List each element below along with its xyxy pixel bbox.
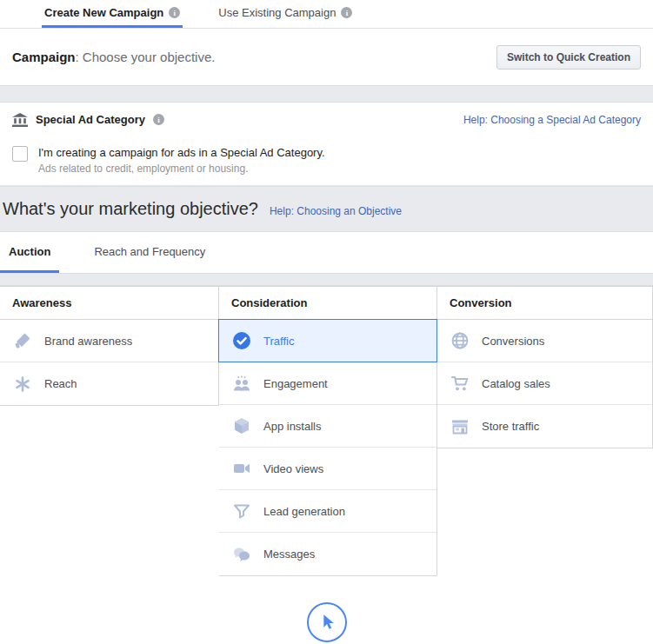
objective-label: Messages bbox=[263, 548, 315, 561]
storefront-icon bbox=[450, 417, 470, 436]
objective-catalog-sales[interactable]: Catalog sales bbox=[437, 362, 652, 405]
cursor-indicator-wrap bbox=[0, 602, 653, 642]
engagement-people-icon bbox=[231, 374, 252, 393]
check-circle-icon bbox=[231, 331, 252, 350]
column-consideration-header: Consideration bbox=[219, 287, 436, 320]
objective-label: Catalog sales bbox=[482, 377, 550, 390]
bank-icon bbox=[12, 113, 28, 127]
special-ad-category-checkbox-row: I'm creating a campaign for ads in a Spe… bbox=[0, 136, 653, 186]
buying-type-tabbar: Auction Reach and Frequency bbox=[0, 232, 653, 273]
objective-label: Store traffic bbox=[482, 420, 539, 433]
special-ad-category-checkbox-label[interactable]: I'm creating a campaign for ads in a Spe… bbox=[38, 144, 325, 162]
objective-columns: Awareness Brand awareness Reach Consider… bbox=[0, 286, 653, 576]
special-ad-category-header: Special Ad Category Help: Choosing a Spe… bbox=[0, 103, 653, 136]
tab-create-new-campaign-label: Create New Campaign bbox=[44, 6, 163, 19]
objective-conversions[interactable]: Conversions bbox=[437, 320, 652, 362]
campaign-title-bold: Campaign bbox=[12, 50, 76, 64]
marketing-objective-heading: What's your marketing objective? bbox=[3, 199, 258, 219]
campaign-mode-tabbar: Create New Campaign Use Existing Campaig… bbox=[0, 0, 653, 29]
objective-store-traffic[interactable]: Store traffic bbox=[437, 405, 652, 448]
objective-label: Video views bbox=[263, 462, 323, 475]
column-conversion: Conversion Conversions Catalog sales Sto… bbox=[437, 286, 653, 448]
info-icon[interactable] bbox=[341, 7, 352, 18]
megaphone-icon bbox=[12, 331, 33, 350]
special-ad-category-title: Special Ad Category bbox=[36, 113, 145, 126]
tab-use-existing-campaign[interactable]: Use Existing Campaign bbox=[216, 0, 355, 28]
column-awareness-header: Awareness bbox=[0, 287, 218, 320]
video-camera-icon bbox=[231, 459, 252, 478]
cube-icon bbox=[231, 416, 252, 435]
cursor-indicator bbox=[307, 602, 347, 642]
special-ad-category-title-group: Special Ad Category bbox=[12, 113, 164, 127]
tab-reach-and-frequency-label: Reach and Frequency bbox=[94, 245, 205, 258]
column-conversion-header: Conversion bbox=[437, 287, 652, 320]
help-special-ad-category-link[interactable]: Help: Choosing a Special Ad Category bbox=[463, 114, 641, 126]
funnel-icon bbox=[231, 501, 252, 521]
info-icon[interactable] bbox=[169, 7, 180, 18]
objective-messages[interactable]: Messages bbox=[219, 533, 436, 575]
mouse-cursor-icon bbox=[317, 612, 336, 633]
section-divider bbox=[0, 273, 653, 286]
objective-label: Traffic bbox=[263, 335, 294, 348]
special-ad-category-checkbox[interactable] bbox=[12, 146, 28, 162]
section-divider bbox=[0, 85, 653, 103]
objective-lead-generation[interactable]: Lead generation bbox=[219, 490, 436, 533]
help-choosing-objective-link[interactable]: Help: Choosing an Objective bbox=[270, 205, 402, 217]
objective-label: Conversions bbox=[482, 335, 544, 348]
column-awareness: Awareness Brand awareness Reach bbox=[0, 286, 219, 406]
campaign-objective-title: Campaign: Choose your objective. bbox=[12, 50, 215, 64]
marketing-objective-band: What's your marketing objective? Help: C… bbox=[0, 186, 653, 232]
special-ad-category-checkbox-sublabel: Ads related to credit, employment or hou… bbox=[38, 163, 325, 175]
tab-reach-and-frequency[interactable]: Reach and Frequency bbox=[85, 232, 214, 273]
objective-reach[interactable]: Reach bbox=[0, 362, 218, 405]
objective-brand-awareness[interactable]: Brand awareness bbox=[0, 320, 218, 362]
objective-label: Brand awareness bbox=[44, 335, 132, 348]
switch-to-quick-creation-button[interactable]: Switch to Quick Creation bbox=[496, 45, 641, 70]
campaign-title-subtitle: : Choose your objective. bbox=[76, 50, 216, 64]
objective-engagement[interactable]: Engagement bbox=[219, 362, 436, 405]
chat-bubbles-icon bbox=[231, 545, 252, 564]
special-ad-category-checkbox-text: I'm creating a campaign for ads in a Spe… bbox=[38, 144, 325, 175]
tab-auction-label: Auction bbox=[9, 245, 50, 258]
objective-traffic[interactable]: Traffic bbox=[218, 319, 437, 362]
tab-auction[interactable]: Auction bbox=[0, 232, 59, 273]
ads-manager-campaign-page: Create New Campaign Use Existing Campaig… bbox=[0, 0, 653, 644]
objective-label: Engagement bbox=[263, 377, 328, 390]
objective-label: App installs bbox=[263, 420, 321, 433]
objective-app-installs[interactable]: App installs bbox=[219, 405, 436, 448]
info-icon[interactable] bbox=[153, 114, 164, 125]
objective-label: Reach bbox=[44, 377, 77, 390]
column-consideration: Consideration Traffic Engagement App ins… bbox=[219, 286, 437, 576]
reach-icon bbox=[12, 375, 33, 394]
objective-video-views[interactable]: Video views bbox=[219, 448, 436, 490]
tab-use-existing-campaign-label: Use Existing Campaign bbox=[218, 6, 336, 19]
tab-create-new-campaign[interactable]: Create New Campaign bbox=[42, 0, 183, 28]
shopping-cart-icon bbox=[450, 374, 470, 393]
campaign-header: Campaign: Choose your objective. Switch … bbox=[0, 29, 653, 85]
objective-label: Lead generation bbox=[263, 505, 345, 518]
globe-icon bbox=[450, 331, 470, 350]
